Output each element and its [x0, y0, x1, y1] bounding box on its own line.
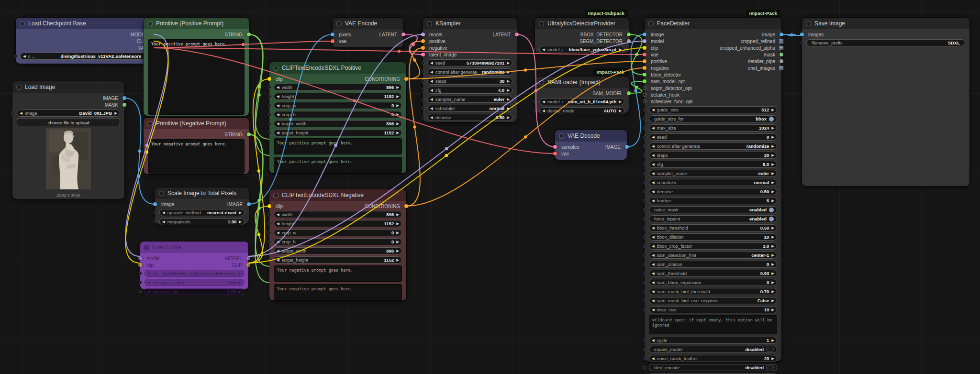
increment-arrow-icon[interactable]: ▶: [507, 97, 510, 101]
widget-value[interactable]: 0.50: [760, 189, 769, 194]
STRING-output-dot[interactable]: [247, 132, 251, 136]
widget-socket-dot[interactable]: [643, 281, 646, 284]
widget-socket-dot[interactable]: [643, 253, 646, 257]
widget-value[interactable]: bbox: [756, 116, 767, 121]
node-ksampler[interactable]: KSamplermodelLATENTpositivenegativelaten…: [423, 18, 517, 122]
decrement-arrow-icon[interactable]: ◀: [652, 253, 655, 257]
decrement-arrow-icon[interactable]: ◀: [277, 85, 279, 89]
widget-socket-dot[interactable]: [643, 172, 646, 175]
widget-socket-dot[interactable]: [422, 88, 425, 92]
widget-socket-dot[interactable]: [643, 244, 646, 248]
CONDITIONING-output-dot[interactable]: [404, 77, 408, 81]
increment-arrow-icon[interactable]: ▶: [396, 94, 399, 99]
decrement-arrow-icon[interactable]: ◀: [652, 298, 655, 303]
widget-socket-dot[interactable]: [422, 107, 425, 110]
decrement-arrow-icon[interactable]: ◀: [652, 153, 655, 157]
increment-arrow-icon[interactable]: ▶: [396, 121, 399, 126]
widget-value[interactable]: 0: [767, 280, 769, 285]
node-scale-image-to-total-pixels[interactable]: Scale Image to Total PixelsimageIMAGE◀up…: [155, 187, 249, 224]
widget-socket-dot[interactable]: [643, 308, 646, 311]
widget-value[interactable]: 10: [764, 307, 769, 312]
node-title-bar[interactable]: Load LoRA: [140, 242, 248, 253]
widget-value[interactable]: 0: [391, 230, 394, 235]
node-title-bar[interactable]: Save Image: [802, 18, 969, 29]
IMAGE-output-dot[interactable]: [247, 202, 251, 206]
toggle-on-icon[interactable]: [769, 208, 774, 212]
prompt-textarea[interactable]: Your positive prompt goes here.: [274, 157, 402, 173]
decrement-arrow-icon[interactable]: ◀: [652, 189, 655, 194]
increment-arrow-icon[interactable]: ▶: [507, 88, 510, 92]
increment-arrow-icon[interactable]: ▶: [771, 180, 774, 185]
positive-input-dot[interactable]: [421, 39, 425, 43]
toggle-on-icon[interactable]: [769, 217, 774, 221]
decrement-arrow-icon[interactable]: ◀: [430, 88, 433, 92]
node-title-bar[interactable]: CLIPTextEncodeSDXL Positive: [269, 62, 406, 74]
collapse-dot-icon[interactable]: [20, 21, 25, 26]
decrement-arrow-icon[interactable]: ◀: [277, 112, 279, 117]
target-width-widget[interactable]: ◀target_width896▶: [274, 247, 402, 254]
prompt-textarea[interactable]: Your negative prompt goes here.: [274, 265, 402, 282]
widget-socket-dot[interactable]: [534, 100, 537, 103]
seed-widget[interactable]: ◀seed573304996927201▶: [427, 59, 512, 66]
LATENT-output-dot[interactable]: [401, 33, 405, 36]
widget-socket-dot[interactable]: [268, 104, 271, 107]
increment-arrow-icon[interactable]: ▶: [771, 271, 774, 275]
node-title-bar[interactable]: Load Image: [12, 81, 124, 93]
crop-w-widget[interactable]: ◀crop_w0▶: [274, 229, 402, 236]
increment-arrow-icon[interactable]: ▶: [771, 262, 774, 266]
widget-value[interactable]: 0: [391, 103, 394, 108]
SEGM_DETECTOR-output-dot[interactable]: [627, 39, 631, 43]
bbox-dilation-widget[interactable]: ◀bbox_dilation10▶: [649, 233, 777, 241]
widget-socket-dot[interactable]: [268, 95, 271, 98]
increment-arrow-icon[interactable]: ▶: [507, 106, 510, 110]
decrement-arrow-icon[interactable]: ◀: [147, 280, 150, 285]
widget-socket-dot[interactable]: [139, 290, 142, 293]
BBOX_DETECTOR-output-dot[interactable]: [627, 33, 631, 36]
widget-value[interactable]: randomize: [482, 69, 505, 75]
decrement-arrow-icon[interactable]: ◀: [652, 280, 655, 285]
STRING-output-dot[interactable]: [247, 33, 251, 36]
widget-value[interactable]: 1152: [384, 94, 394, 99]
scheduler-widget[interactable]: ◀schedulernormal▶: [427, 105, 512, 112]
widget-socket-dot[interactable]: [422, 70, 425, 74]
mask-output-dot[interactable]: [780, 53, 783, 56]
increment-arrow-icon[interactable]: ▶: [771, 144, 774, 148]
node-title-bar[interactable]: VAE Decode: [555, 130, 627, 142]
grid-slot-icon[interactable]: ▦: [779, 45, 784, 50]
node-title-bar[interactable]: UltralyticsDetectorProvider: [535, 18, 629, 29]
crop-w-widget[interactable]: ◀crop_w0▶: [274, 102, 402, 109]
IMAGE-output-dot[interactable]: [625, 145, 629, 149]
upload-button[interactable]: choose file to upload: [17, 119, 120, 126]
decrement-arrow-icon[interactable]: ◀: [652, 135, 655, 139]
control-after-generate-widget[interactable]: ◀control after generaterandomize▶: [649, 143, 777, 150]
widget-socket-dot[interactable]: [643, 290, 646, 293]
widget-socket-dot[interactable]: [643, 154, 646, 157]
model-input-dot[interactable]: [421, 33, 425, 36]
decrement-arrow-icon[interactable]: ◀: [277, 94, 279, 99]
widget-value[interactable]: 10: [764, 234, 769, 240]
widget-value[interactable]: 1.00: [227, 289, 236, 294]
bbox_detector-input-dot[interactable]: [643, 73, 646, 77]
strength-clip-widget[interactable]: ◀strength_clip1.00▶: [145, 288, 244, 295]
node-load-checkpoint-base[interactable]: Load Checkpoint BaseMODELCLIPVAE◀c ...di…: [16, 18, 154, 64]
sam-threshold-widget[interactable]: ◀sam_threshold0.93▶: [649, 270, 777, 277]
increment-arrow-icon[interactable]: ▶: [771, 162, 774, 166]
target-width-widget[interactable]: ◀target_width896▶: [274, 120, 402, 127]
widget-socket-dot[interactable]: [643, 190, 646, 193]
widget-socket-dot[interactable]: [268, 131, 271, 134]
grid-slot-icon[interactable]: ▦: [779, 65, 784, 70]
increment-arrow-icon[interactable]: ▶: [771, 226, 774, 230]
model-n--widget[interactable]: ◀model_n...sam_vit_b_01ec64.pth▶: [539, 98, 624, 105]
max-size-widget[interactable]: ◀max_size1024▶: [649, 124, 777, 132]
increment-arrow-icon[interactable]: ▶: [771, 298, 774, 303]
height-widget[interactable]: ◀height1152▶: [274, 93, 402, 100]
widget-socket-dot[interactable]: [643, 366, 646, 369]
widget-socket-dot[interactable]: [139, 281, 142, 284]
decrement-arrow-icon[interactable]: ◀: [277, 231, 279, 235]
denoise-widget[interactable]: ◀denoise0.50▶: [649, 188, 777, 195]
increment-arrow-icon[interactable]: ▶: [771, 356, 774, 361]
decrement-arrow-icon[interactable]: ◀: [147, 271, 150, 275]
clip-input-dot[interactable]: [267, 77, 271, 81]
widget-value[interactable]: 1152: [384, 257, 394, 263]
prompt-textarea[interactable]: Your positive prompt goes here.: [148, 39, 245, 115]
